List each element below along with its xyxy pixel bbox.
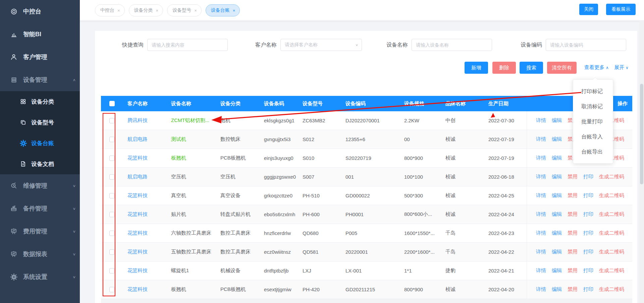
action-打印[interactable]: 打印 [583,211,593,218]
action-禁用[interactable]: 禁用 [568,249,578,255]
menu-item-批量打印[interactable]: 批量打印 [573,114,613,129]
action-详情[interactable]: 详情 [536,174,546,180]
sidebar-item-智能BI[interactable]: 智能BI [0,23,80,46]
select-all-checkbox[interactable] [109,101,115,106]
清空所有-button[interactable]: 清空所有 [547,62,577,74]
cell-customer[interactable]: 花篮科技 [123,249,167,255]
board-display-button[interactable]: 看板展示 [606,4,636,15]
action-生成二维码[interactable]: 生成二维码 [599,230,624,236]
action-详情[interactable]: 详情 [536,192,546,199]
cell-device[interactable]: 板翘机 [167,155,216,161]
row-checkbox[interactable] [109,268,115,274]
action-编辑[interactable]: 编辑 [552,136,562,142]
action-编辑[interactable]: 编辑 [552,211,562,218]
row-checkbox[interactable] [109,249,115,255]
cell-device[interactable]: 六轴数控工具磨床 [167,230,216,236]
删除-button[interactable]: 删除 [492,62,516,74]
action-生成二维码[interactable]: 生成二维码 [599,286,624,293]
action-打印[interactable]: 打印 [583,230,593,236]
action-打印[interactable]: 打印 [583,286,593,293]
cell-customer[interactable]: 腾讯科技 [123,117,167,124]
action-生成二维码[interactable]: 生成二维码 [599,174,624,180]
tab-设备分类[interactable]: 设备分类× [129,4,163,16]
row-checkbox[interactable] [109,137,115,142]
row-checkbox[interactable] [109,118,115,123]
action-详情[interactable]: 详情 [536,267,546,274]
cell-device[interactable]: 空压机 [167,174,216,180]
sidebar-item-设备文档[interactable]: 设备文档 [0,154,80,174]
sidebar-item-备件管理[interactable]: 备件管理∨ [0,197,80,220]
action-生成二维码[interactable]: 生成二维码 [599,249,624,255]
action-详情[interactable]: 详情 [536,286,546,293]
menu-item-取消标记[interactable]: 取消标记 [573,99,613,114]
cell-customer[interactable]: 航启电路 [123,136,167,142]
action-编辑[interactable]: 编辑 [552,117,562,124]
action-禁用[interactable]: 禁用 [568,230,578,236]
sidebar-item-客户管理[interactable]: 客户管理 [0,46,80,68]
cell-device[interactable]: 贴片机 [167,211,216,218]
action-编辑[interactable]: 编辑 [552,267,562,274]
action-禁用[interactable]: 禁用 [568,174,578,180]
cell-customer[interactable]: 花篮科技 [123,211,167,218]
sidebar-item-维修管理[interactable]: 维修管理∨ [0,174,80,197]
cell-customer[interactable]: 花篮科技 [123,230,167,236]
tab-设备型号[interactable]: 设备型号× [167,4,202,16]
action-禁用[interactable]: 禁用 [568,286,578,293]
action-编辑[interactable]: 编辑 [552,286,562,293]
cell-device[interactable]: 真空机 [167,192,216,199]
cell-customer[interactable]: 航启电路 [123,174,167,180]
tab-设备台账[interactable]: 设备台账× [206,4,240,16]
sidebar-item-设备台账[interactable]: 设备台账 [0,133,80,154]
action-打印[interactable]: 打印 [583,267,593,274]
cell-device[interactable]: ZCMT铝材切割... [167,117,216,124]
search-input-快捷查询[interactable] [147,39,228,51]
scrollbar-thumb[interactable] [640,84,643,184]
menu-item-台账导出[interactable]: 台账导出 [573,144,613,159]
action-详情[interactable]: 详情 [536,211,546,218]
row-checkbox[interactable] [109,174,115,180]
action-详情[interactable]: 详情 [536,155,546,161]
action-详情[interactable]: 详情 [536,136,546,142]
sidebar-item-数据报表[interactable]: 数据报表∨ [0,243,80,265]
tab-close-icon[interactable]: × [117,8,120,13]
cell-device[interactable]: 五轴数控工具磨床 [167,249,216,255]
close-button[interactable]: 关闭 [579,4,598,15]
sidebar-item-中控台[interactable]: 中控台 [0,0,80,23]
action-禁用[interactable]: 禁用 [568,192,578,199]
search-input-设备名称[interactable] [412,39,492,51]
tab-close-icon[interactable]: × [233,8,235,13]
新增-button[interactable]: 新增 [465,62,488,74]
sidebar-item-设备管理[interactable]: 设备管理∧ [0,68,80,91]
cell-customer[interactable]: 花篮科技 [123,192,167,199]
row-checkbox[interactable] [109,231,115,236]
row-checkbox[interactable] [109,287,115,292]
cell-customer[interactable]: 花篮科技 [123,286,167,293]
row-checkbox[interactable] [109,212,115,217]
action-打印[interactable]: 打印 [583,249,593,255]
action-编辑[interactable]: 编辑 [552,155,562,161]
menu-item-打印标记[interactable]: 打印标记 [573,84,613,99]
action-详情[interactable]: 详情 [536,249,546,255]
action-编辑[interactable]: 编辑 [552,192,562,199]
查看更多-link[interactable]: 查看更多∧ [584,64,609,71]
row-checkbox[interactable] [109,193,115,198]
action-禁用[interactable]: 禁用 [568,211,578,218]
tab-中控台[interactable]: 中控台× [95,4,125,16]
action-打印[interactable]: 打印 [583,192,593,199]
action-编辑[interactable]: 编辑 [552,174,562,180]
cell-device[interactable]: 测试机 [167,136,216,142]
action-生成二维码[interactable]: 生成二维码 [599,192,624,199]
action-禁用[interactable]: 禁用 [568,267,578,274]
vertical-scrollbar[interactable] [639,21,644,303]
action-编辑[interactable]: 编辑 [552,249,562,255]
action-编辑[interactable]: 编辑 [552,230,562,236]
展开-link[interactable]: 展开∨ [614,64,629,71]
action-生成二维码[interactable]: 生成二维码 [599,211,624,218]
cell-device[interactable]: 螺旋机1 [167,267,216,274]
action-生成二维码[interactable]: 生成二维码 [599,267,624,274]
action-详情[interactable]: 详情 [536,230,546,236]
cell-customer[interactable]: 花篮科技 [123,267,167,274]
tab-close-icon[interactable]: × [156,8,159,13]
cell-device[interactable]: 板翘机 [167,286,216,293]
menu-item-台账导入[interactable]: 台账导入 [573,129,613,144]
